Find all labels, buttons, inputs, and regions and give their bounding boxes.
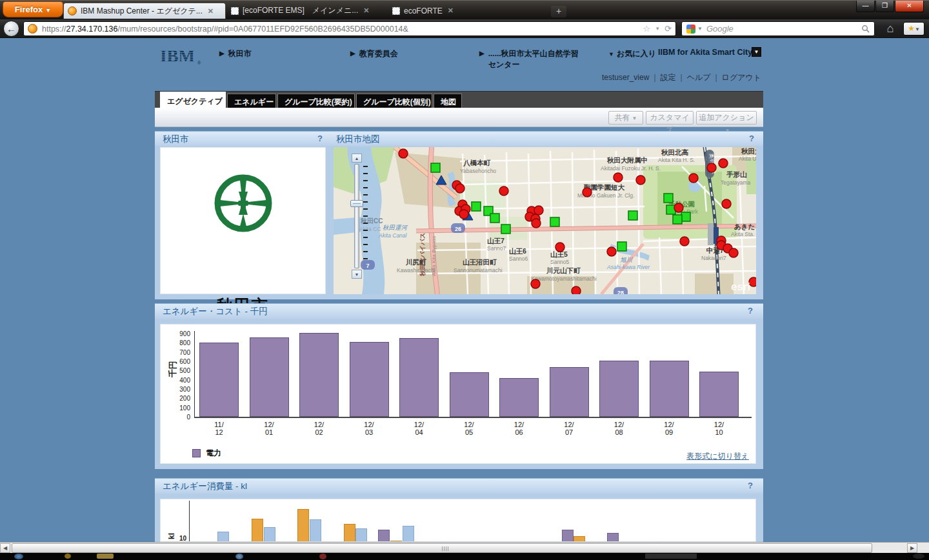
home-button[interactable]: ⌂ [881,21,899,37]
table-view-link[interactable]: 表形式に切り替え [686,451,749,462]
map-marker-red[interactable] [674,203,683,212]
map-marker-red[interactable] [455,184,464,193]
cost-bar [450,372,489,417]
system-tray[interactable] [913,554,924,559]
more-actions-button[interactable]: 追加アクション▼ [696,111,757,125]
map-label: Akitadai Fuzoku Jr. H. S. [601,165,661,172]
app-title-dropdown[interactable]: ▼ [752,47,761,57]
map-marker-green[interactable] [617,242,626,251]
map-marker-red[interactable] [534,206,543,215]
city-help-icon[interactable]: ? [317,134,323,143]
map-marker-red[interactable] [555,243,564,252]
customize-button[interactable]: カスタマイズ [646,111,694,125]
help-link[interactable]: ヘルプ [687,73,711,82]
map-marker-green[interactable] [628,211,637,220]
zoom-track[interactable] [354,164,359,268]
search-input[interactable]: ▼ Google [681,21,875,36]
tab-close-icon[interactable]: ✕ [363,6,369,15]
taskbar-icon[interactable] [97,554,114,559]
map-marker-green[interactable] [673,215,682,224]
horizontal-scrollbar[interactable]: ◀ ▶ [0,542,929,553]
taskbar-icon[interactable] [235,554,243,559]
taskbar-icon[interactable] [319,554,326,559]
breadcrumb-item[interactable]: ▶教育委員会 [350,48,454,59]
map-marker-red[interactable] [572,286,581,294]
logout-link[interactable]: ログアウト [722,73,761,82]
dashboard-tab-item[interactable]: 地図 [434,94,462,108]
map-marker-red[interactable] [583,188,592,197]
map-marker-red[interactable] [531,279,540,288]
share-button[interactable]: 共有▼ [608,111,643,125]
map-zoom-slider[interactable]: ▲ ▼ [350,154,365,280]
new-tab-button[interactable]: + [551,6,566,17]
map-marker-red[interactable] [722,199,731,208]
map-marker-green[interactable] [501,225,510,234]
map-label: 秋田大 [741,147,756,155]
tab-favicon [68,6,77,15]
map-marker-green[interactable] [490,214,499,223]
map-marker-red[interactable] [532,219,541,228]
reload-icon[interactable]: ⟳ [664,24,672,34]
taskbar-icon[interactable] [65,554,71,559]
taskbar-button-group[interactable] [645,554,697,559]
minimize-button[interactable]: — [856,1,875,12]
map-marker-red[interactable] [719,159,728,168]
browser-tab[interactable]: ecoFORTE✕ [388,3,548,19]
url-dropdown-icon[interactable]: ▼ [655,26,660,32]
map-marker-red[interactable] [636,175,645,185]
browser-tab[interactable]: [ecoFORTE EMS] メインメニ...✕ [227,3,387,19]
map-marker-red[interactable] [399,149,408,158]
akita-map[interactable]: 八橋本町Yabasehoncho秋田CCAkita CC秋田運河Akita Ca… [334,147,756,294]
map-help-icon[interactable]: ? [749,134,754,143]
search-engine-icon[interactable] [686,25,695,34]
map-marker-green[interactable] [550,217,559,226]
scroll-right-arrow[interactable]: ▶ [907,543,917,553]
chevron-down-icon[interactable]: ▼ [697,26,703,32]
cost-help-icon[interactable]: ? [748,306,753,315]
dashboard-tab-item[interactable]: グループ比較(要約) [277,94,355,108]
close-button[interactable]: ✕ [895,1,924,12]
map-marker-green[interactable] [472,202,481,211]
map-marker-red[interactable] [614,173,623,182]
firefox-menu-button[interactable]: Firefox▼ [3,1,63,17]
map-marker-red[interactable] [729,248,738,257]
map-label: Kawashirimachi [397,267,435,274]
map-marker-red[interactable] [707,163,716,172]
cost-x-tick: 11/12 [199,421,239,436]
map-marker-green[interactable] [431,163,440,172]
dashboard-tab-item[interactable]: グループ比較(個別) [356,94,432,108]
scroll-left-arrow[interactable]: ◀ [0,543,10,553]
start-orb[interactable] [14,554,23,559]
map-marker-red[interactable] [499,186,508,195]
zoom-in-button[interactable]: ▲ [352,154,362,163]
breadcrumb-item[interactable]: ▶......秋田市太平山自然学習センター [479,48,588,70]
dashboard-tab-active[interactable]: エグゼクティブ [160,92,226,108]
map-panel[interactable]: 八橋本町Yabasehoncho秋田CCAkita CC秋田運河Akita Ca… [334,147,756,294]
settings-link[interactable]: 設定 [661,73,676,82]
tab-close-icon[interactable]: ✕ [208,7,214,15]
map-marker-red[interactable] [459,210,468,219]
url-bar[interactable]: https://27.34.170.136/mum/resources/boot… [23,21,676,36]
map-marker-green[interactable] [664,194,673,203]
cost-y-tick: 300 [168,386,190,393]
favorites-link[interactable]: ▼お気に入り [608,48,656,59]
tab-close-icon[interactable]: ✕ [448,6,454,15]
restore-button[interactable]: ❐ [875,1,894,12]
back-button[interactable]: ← [3,21,19,37]
browser-tab[interactable]: IBM Mashup Center - エグゼクテ...✕ [63,3,226,19]
cost-y-tick: 600 [168,358,190,365]
zoom-thumb[interactable] [350,200,363,207]
bookmark-star-icon[interactable]: ☆ [643,24,651,34]
windows-taskbar[interactable] [0,553,929,560]
dashboard-tab-item[interactable]: エネルギー [227,94,276,108]
map-marker-green[interactable] [681,212,690,221]
map-marker-red[interactable] [689,174,698,183]
consumption-help-icon[interactable]: ? [748,481,753,490]
map-marker-red[interactable] [680,237,689,246]
zoom-out-button[interactable]: ▼ [352,270,362,279]
breadcrumb-item[interactable]: ▶秋田市 [219,48,323,59]
bookmarks-button[interactable]: ★▼ [903,22,924,35]
scrollbar-thumb[interactable] [12,543,872,553]
map-marker-red[interactable] [607,247,616,256]
search-icon[interactable] [861,25,870,33]
